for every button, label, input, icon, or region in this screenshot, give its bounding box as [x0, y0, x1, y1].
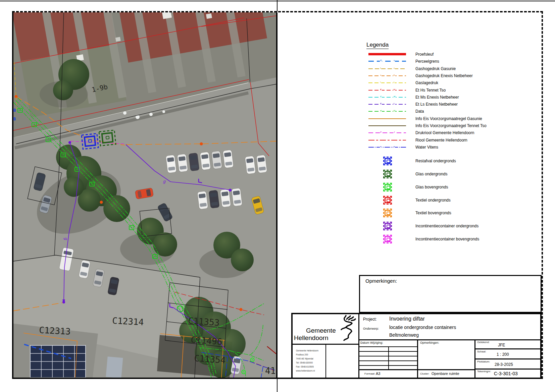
line-mark: l: [393, 81, 395, 83]
address-line: 7440 AE Nijverdal: [296, 357, 318, 361]
glas-ondergronds-icon: [383, 170, 392, 178]
remarks-label: Opmerkingen:: [365, 278, 397, 284]
project-label: Project:: [363, 317, 377, 322]
legend-row: PJDrukriool Gemeente Hellendoorn: [366, 129, 541, 136]
legend-row: Info Eis Voorzorgsmaatregel Gasunie: [366, 115, 541, 122]
line-sample-gashogedruk-enexis: sh: [368, 75, 406, 76]
line-mark: P: [380, 59, 382, 62]
legend-row: EMEt Ms Enexis Netbeheer: [366, 94, 541, 101]
line-sample-water: ss: [368, 147, 406, 148]
legend-label: Glas ondergronds: [415, 172, 447, 176]
line-sample-info-eis-tennet: [368, 125, 406, 126]
address-line: Tel: 0548-630000: [296, 361, 318, 365]
legend-label: Riool Gemeente Hellendoorn: [415, 138, 467, 143]
divider: [475, 348, 540, 349]
parcel-label-partial: 41: [265, 366, 275, 376]
format-value: A3: [376, 372, 380, 376]
legend-label: Gaslagedruk: [415, 80, 438, 85]
fold-mark-top: [277, 0, 278, 12]
line-mark: t: [380, 67, 381, 69]
plotdate-value: 28-3-2025: [495, 362, 513, 367]
line-mark: H: [393, 88, 395, 91]
legend-label: Textiel bovengronds: [415, 211, 451, 215]
divider: [475, 369, 540, 370]
legend-row: ELEt Ls Enexis Netbeheer: [366, 101, 541, 108]
legend-row: PsPerceelgrens: [366, 58, 541, 65]
divider: [417, 339, 418, 378]
legend-label: Glas bovengronds: [415, 185, 448, 189]
line-annotation-g: g: [63, 237, 69, 240]
line-mark: E: [380, 88, 382, 91]
legend-label: Info Eis Voorzorgsmaatregel Gasunie: [415, 116, 482, 121]
line-mark: P: [380, 131, 382, 133]
legend-label: Drukriool Gemeente Hellendoorn: [415, 130, 474, 135]
fold-mark-bottom: [277, 378, 278, 392]
legend-label: Gashogedruk Enexis Netbeheer: [415, 73, 473, 78]
legend-label: Incontinentiecontainer bovengronds: [415, 237, 479, 241]
project-value: Invoering diftar: [389, 316, 425, 322]
aerial-photo-panel: 1-9b C12313 C12314 C11353 C11496 C11354 …: [13, 12, 278, 378]
format-label: Formaat:: [364, 372, 375, 375]
legend-row: Riool Gemeente Hellendoorn: [366, 137, 541, 144]
glas-bovengronds-icon: [383, 183, 392, 191]
line-mark: d: [380, 109, 382, 112]
legend-label: Incontinentiecontainer ondergronds: [415, 224, 478, 228]
legend-icon-row: Incontinentiecontainer bovengronds: [366, 234, 541, 244]
line-mark: M: [393, 95, 396, 98]
address-line: Gemeente Hellendoorn: [296, 349, 318, 353]
subject-value-line2: Beltmolenweg: [389, 332, 419, 338]
legend-row: Proefsleuf: [366, 51, 541, 58]
cluster-label: Cluster:: [420, 372, 430, 375]
legend-label: Info Eis Voorzorgsmaatregel Tennet Tso: [415, 123, 487, 128]
legend-label: Proefsleuf: [415, 52, 434, 57]
line-sample-et-hs: EH: [368, 90, 406, 91]
line-mark: s: [393, 59, 395, 62]
subject-label: Onderwerp:: [363, 327, 379, 330]
line-mark: s: [393, 145, 395, 148]
drawingno-label: Tekeningnr:: [477, 370, 491, 373]
textiel-bovengronds-icon: [383, 209, 392, 217]
line-sample-riool: [368, 140, 406, 141]
legend-icon-row: Glas ondergronds: [366, 169, 541, 179]
line-mark: U: [393, 109, 395, 112]
plotdate-label: Plotdatum:: [477, 360, 490, 363]
legend-icon-row: Incontinentiecontainer ondergronds: [366, 221, 541, 231]
drawn-label: Getekend:: [477, 341, 490, 344]
line-sample-data: dU: [368, 111, 406, 112]
textiel-ondergronds-icon: [383, 196, 392, 205]
org-name-line1: Gemeente: [306, 327, 336, 334]
org-address: Gemeente Hellendoorn Postbus 200 7440 AE…: [296, 349, 318, 373]
legend-row: llGaslagedruk: [366, 79, 541, 86]
address-line: Postbus 200: [296, 353, 318, 357]
line-sample-proefsleuf: [368, 53, 406, 55]
drawn-value: JFE: [498, 343, 505, 347]
legend-label: Gashogedruk Gasunie: [415, 66, 456, 71]
legend-row: EHEt Hs Tennet Tso: [366, 87, 541, 94]
line-sample-perceelgrens: Ps: [368, 61, 406, 62]
line-mark: l: [380, 81, 381, 83]
legend-row: shGashogedruk Enexis Netbeheer: [366, 72, 541, 79]
line-mark: E: [380, 102, 382, 105]
legend-icon-row: Textiel bovengronds: [366, 208, 541, 218]
legend-icon-row: Restafval ondergronds: [366, 156, 541, 166]
parcel-label: C12314: [112, 316, 144, 327]
incontinentie-ondergronds-icon: [383, 222, 392, 230]
address-line: Fax: 0548-610505: [296, 365, 318, 369]
line-sample-info-eis-gasunie: [368, 118, 406, 119]
remarks-box: Opmerkingen:: [359, 275, 542, 313]
subject-value-line1: locatie ondergrondse containers: [389, 325, 456, 330]
parcel-label: C12313: [39, 325, 71, 337]
drawing-sheet: 1-9b C12313 C12314 C11353 C11496 C11354 …: [0, 0, 555, 392]
divider: [325, 344, 326, 378]
legend-label: Et Ls Enexis Netbeheer: [415, 102, 458, 107]
restafval-ondergronds-icon: [383, 157, 392, 165]
page-top-rule: [0, 1, 555, 1]
line-mark: J: [393, 131, 395, 133]
legend-label: Restafval ondergronds: [415, 159, 456, 163]
legend-row: dUData: [366, 108, 541, 115]
line-sample-et-ls: EL: [368, 104, 406, 105]
marker-letter-b: B: [13, 108, 16, 113]
legend: Legenda Proefsleuf PsPerceelgrens tsGash…: [366, 42, 541, 263]
divider: [358, 339, 540, 340]
drawingno-value: C-3-301-03: [494, 371, 518, 376]
